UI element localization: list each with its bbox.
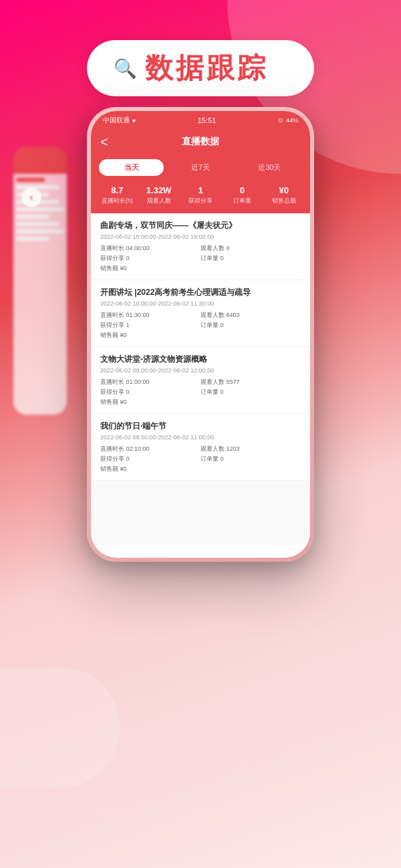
nav-title: 直播数据 bbox=[182, 136, 219, 148]
live-item-3-title: 我们的节日·端午节 bbox=[100, 421, 301, 432]
phone-screen: 中国联通 ▾ 15:51 ⊙ 44% < 直播数据 当天 近7天 近30天 bbox=[91, 111, 310, 558]
live-item-2-viewers: 观看人数 5577 bbox=[200, 378, 301, 387]
stat-shares: 1 获得分享 bbox=[180, 185, 221, 205]
live-item-0-stats: 直播时长 04:00:00 观看人数 0 获得分享 0 订单量 0 销售额 ¥0 bbox=[100, 244, 301, 273]
live-item-0-orders: 订单量 0 bbox=[200, 254, 301, 263]
hero-search-bar: 🔍 数据跟踪 bbox=[87, 40, 314, 96]
live-item-2-time: 2022-06-02 09:00:00-2022-06-02 10:00:00 bbox=[100, 367, 301, 374]
live-item-1[interactable]: 开图讲坛 |2022高考前考生心理调适与疏导 2022-06-02 10:00:… bbox=[91, 280, 310, 347]
tab-7days[interactable]: 近7天 bbox=[168, 159, 233, 176]
live-item-3-shares: 获得分享 0 bbox=[100, 455, 200, 463]
live-list: 曲剧专场，双节同庆——《屠夫状元》 2022-06-02 15:00:00-20… bbox=[91, 213, 310, 545]
background-card-left bbox=[13, 147, 67, 415]
stat-orders: 0 订单量 bbox=[221, 185, 263, 205]
status-bar: 中国联通 ▾ 15:51 ⊙ 44% bbox=[91, 111, 310, 130]
live-item-0-sales: 销售额 ¥0 bbox=[100, 264, 200, 273]
live-item-2-orders: 订单量 0 bbox=[200, 388, 301, 397]
live-item-2-title: 文物大讲堂-济源文物资源概略 bbox=[100, 354, 301, 365]
stats-row: 8.7 直播时长(h) 1.32W 观看人数 1 获得分享 0 订单量 ¥0 bbox=[91, 181, 310, 213]
stat-shares-label: 获得分享 bbox=[180, 197, 221, 205]
live-item-1-time: 2022-06-02 10:00:00-2022-06-02 11:30:00 bbox=[100, 300, 301, 307]
status-left: 中国联通 ▾ bbox=[103, 116, 136, 125]
live-item-1-sales: 销售额 ¥0 bbox=[100, 331, 200, 340]
battery-text: 44% bbox=[286, 117, 298, 124]
side-card-content bbox=[13, 174, 67, 248]
location-icon: ⊙ bbox=[278, 117, 283, 124]
stat-viewers-value: 1.32W bbox=[138, 185, 179, 195]
live-item-3-sales: 销售额 ¥0 bbox=[100, 465, 200, 473]
live-item-3[interactable]: 我们的节日·端午节 2022-06-02 08:50:00-2022-06-02… bbox=[91, 414, 310, 481]
status-time: 15:51 bbox=[198, 116, 217, 124]
live-item-0-title: 曲剧专场，双节同庆——《屠夫状元》 bbox=[100, 220, 301, 231]
live-item-2-stats: 直播时长 01:00:00 观看人数 5577 获得分享 0 订单量 0 销售额… bbox=[100, 378, 301, 407]
live-item-0-shares: 获得分享 0 bbox=[100, 254, 200, 263]
live-item-1-title: 开图讲坛 |2022高考前考生心理调适与疏导 bbox=[100, 287, 301, 298]
live-item-0-time: 2022-06-02 15:00:00-2022-06-02 19:00:00 bbox=[100, 233, 301, 240]
phone-outer-frame: 中国联通 ▾ 15:51 ⊙ 44% < 直播数据 当天 近7天 近30天 bbox=[87, 107, 314, 562]
stat-sales: ¥0 销售总额 bbox=[263, 185, 305, 205]
stat-duration: 8.7 直播时长(h) bbox=[96, 185, 138, 205]
live-item-0[interactable]: 曲剧专场，双节同庆——《屠夫状元》 2022-06-02 15:00:00-20… bbox=[91, 213, 310, 280]
live-item-0-duration: 直播时长 04:00:00 bbox=[100, 244, 200, 253]
live-item-3-duration: 直播时长 02:10:00 bbox=[100, 445, 200, 453]
live-item-2-duration: 直播时长 01:00:00 bbox=[100, 378, 200, 387]
side-card-header bbox=[13, 147, 67, 174]
stat-sales-value: ¥0 bbox=[263, 185, 305, 195]
nav-bar: < 直播数据 bbox=[91, 130, 310, 154]
live-item-1-stats: 直播时长 01:30:00 观看人数 6403 获得分享 1 订单量 0 销售额… bbox=[100, 311, 301, 340]
stat-orders-label: 订单量 bbox=[221, 197, 263, 205]
live-item-3-stats: 直播时长 02:10:00 观看人数 1203 获得分享 0 订单量 0 销售额… bbox=[100, 445, 301, 473]
stat-duration-label: 直播时长(h) bbox=[96, 197, 138, 205]
live-item-2[interactable]: 文物大讲堂-济源文物资源概略 2022-06-02 09:00:00-2022-… bbox=[91, 347, 310, 414]
live-item-1-orders: 订单量 0 bbox=[200, 321, 301, 330]
stat-duration-value: 8.7 bbox=[96, 185, 138, 195]
deco-blob-bottom-left bbox=[0, 667, 120, 788]
live-item-1-duration: 直播时长 01:30:00 bbox=[100, 311, 200, 320]
stat-shares-value: 1 bbox=[180, 185, 221, 195]
live-item-1-shares: 获得分享 1 bbox=[100, 321, 200, 330]
search-icon: 🔍 bbox=[114, 58, 137, 80]
hero-title: 数据跟踪 bbox=[145, 49, 268, 87]
side-card-back-arrow: ‹ bbox=[21, 187, 41, 207]
tab-selector: 当天 近7天 近30天 bbox=[91, 154, 310, 181]
hero-section: 🔍 数据跟踪 bbox=[0, 0, 401, 116]
live-item-3-time: 2022-06-02 08:50:00-2022-06-02 11:00:00 bbox=[100, 434, 301, 441]
live-item-1-viewers: 观看人数 6403 bbox=[200, 311, 301, 320]
carrier-text: 中国联通 bbox=[103, 116, 130, 125]
tab-today[interactable]: 当天 bbox=[99, 159, 164, 176]
phone-mockup: 中国联通 ▾ 15:51 ⊙ 44% < 直播数据 当天 近7天 近30天 bbox=[87, 107, 314, 562]
back-button[interactable]: < bbox=[100, 134, 108, 150]
stat-viewers: 1.32W 观看人数 bbox=[138, 185, 179, 205]
live-item-2-sales: 销售额 ¥0 bbox=[100, 398, 200, 407]
stat-orders-value: 0 bbox=[221, 185, 263, 195]
wifi-icon: ▾ bbox=[132, 117, 136, 124]
tab-30days[interactable]: 近30天 bbox=[237, 159, 302, 176]
live-item-2-shares: 获得分享 0 bbox=[100, 388, 200, 397]
live-item-3-orders: 订单量 0 bbox=[200, 455, 301, 463]
live-item-0-viewers: 观看人数 0 bbox=[200, 244, 301, 253]
status-right: ⊙ 44% bbox=[278, 117, 298, 124]
stat-sales-label: 销售总额 bbox=[263, 197, 305, 205]
stat-viewers-label: 观看人数 bbox=[138, 197, 179, 205]
live-item-3-viewers: 观看人数 1203 bbox=[200, 445, 301, 453]
